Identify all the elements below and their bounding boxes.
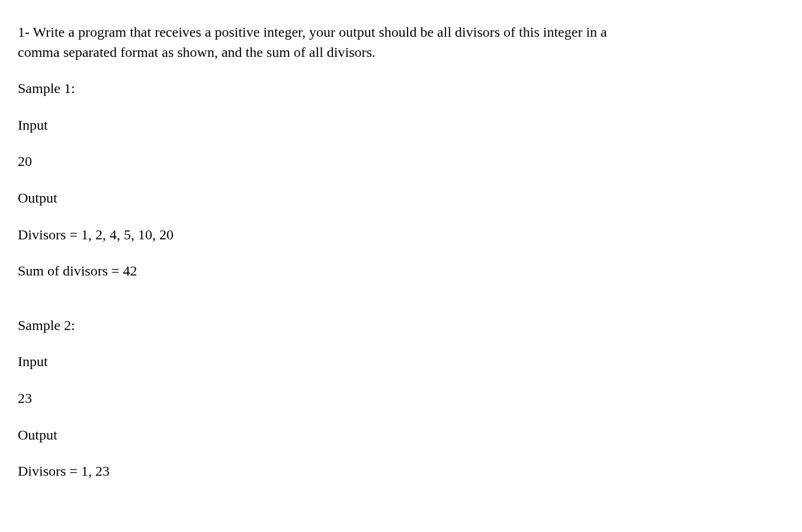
input-value: 20 [18, 152, 784, 172]
input-label: Input [18, 116, 784, 136]
output-label: Output [18, 425, 784, 446]
sample-2-block: Sample 2: Input 23 Output Divisors = 1, … [18, 316, 784, 482]
sample-1-block: Sample 1: Input 20 Output Divisors = 1, … [18, 79, 784, 281]
input-value: 23 [18, 389, 784, 409]
sample-title: Sample 2: [18, 316, 784, 336]
sum-line: Sum of divisors = 42 [18, 261, 784, 281]
sample-title: Sample 1: [18, 79, 784, 99]
problem-statement: 1- Write a program that receives a posit… [18, 23, 628, 62]
divisors-line: Divisors = 1, 23 [18, 462, 784, 482]
sample-gap [18, 298, 784, 316]
output-label: Output [18, 188, 784, 209]
input-label: Input [18, 352, 784, 372]
divisors-line: Divisors = 1, 2, 4, 5, 10, 20 [18, 225, 784, 245]
